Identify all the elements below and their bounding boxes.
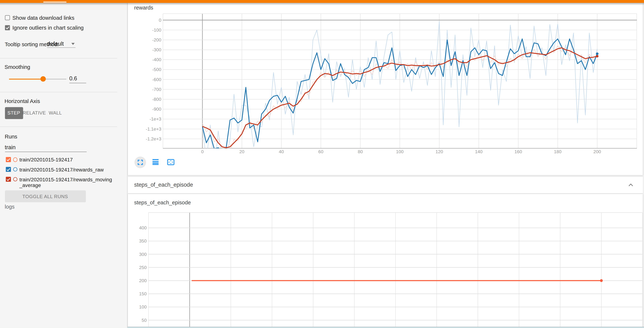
axis-button-wall[interactable]: WALL bbox=[47, 107, 63, 119]
svg-text:-300: -300 bbox=[152, 47, 162, 52]
svg-text:50: 50 bbox=[142, 318, 147, 323]
svg-text:60: 60 bbox=[318, 149, 324, 154]
svg-text:-1.2e+3: -1.2e+3 bbox=[146, 136, 162, 141]
smoothing-value[interactable]: 0.6 bbox=[69, 75, 88, 81]
show-download-links-row[interactable]: Show data download links bbox=[5, 15, 74, 21]
rewards-card: rewards 0-100-200-300-400-500-600-700-80… bbox=[128, 3, 643, 175]
axis-button-relative[interactable]: RELATIVE bbox=[24, 107, 44, 119]
log-scale-icon[interactable] bbox=[150, 156, 161, 168]
checkbox-label: Ignore outliers in chart scaling bbox=[12, 25, 84, 31]
tooltip-sorting-select[interactable]: default bbox=[47, 40, 76, 47]
svg-text:120: 120 bbox=[436, 149, 443, 154]
run-label: train/20201015-192417/rewards_moving_ave… bbox=[20, 176, 113, 189]
settings-sidebar: Show data download links Ignore outliers… bbox=[0, 3, 128, 328]
run-row[interactable]: train/20201015-192417/rewards_moving_ave… bbox=[0, 175, 124, 191]
chart-toolbar bbox=[134, 156, 177, 168]
fit-domain-icon[interactable] bbox=[165, 156, 177, 168]
svg-text:20: 20 bbox=[239, 149, 244, 154]
toggle-all-runs-button[interactable]: TOGGLE ALL RUNS bbox=[5, 190, 86, 202]
runs-filter-value: train bbox=[5, 144, 16, 150]
svg-text:250: 250 bbox=[139, 265, 147, 270]
chevron-up-icon[interactable] bbox=[628, 182, 634, 188]
run-label: train/20201015-192417/rewards_raw bbox=[20, 167, 113, 173]
run-row[interactable]: train/20201015-192417 bbox=[0, 155, 124, 165]
tensorboard-app: Show data download links Ignore outliers… bbox=[0, 0, 644, 328]
section-header-steps[interactable]: steps_of_each_episode bbox=[128, 176, 643, 194]
svg-text:100: 100 bbox=[396, 149, 404, 154]
svg-text:-200: -200 bbox=[152, 37, 162, 42]
divider bbox=[0, 58, 117, 58]
runs-filter-underline bbox=[5, 152, 86, 152]
show-download-links-checkbox[interactable] bbox=[5, 15, 10, 20]
svg-text:-700: -700 bbox=[152, 87, 162, 92]
smoothing-value-underline bbox=[69, 83, 86, 83]
axis-button-step[interactable]: STEP bbox=[5, 107, 23, 119]
svg-text:-600: -600 bbox=[152, 77, 162, 82]
runs-filter-input[interactable]: train bbox=[5, 143, 86, 151]
svg-text:100: 100 bbox=[139, 305, 147, 310]
active-tab-indicator bbox=[43, 1, 66, 3]
app-header bbox=[0, 0, 644, 3]
smoothing-slider[interactable] bbox=[9, 77, 66, 81]
expand-icon[interactable] bbox=[134, 156, 146, 168]
run-list: train/20201015-192417train/20201015-1924… bbox=[0, 155, 124, 190]
svg-text:-500: -500 bbox=[152, 67, 162, 72]
svg-text:200: 200 bbox=[594, 149, 601, 154]
run-checkbox[interactable] bbox=[6, 157, 11, 162]
slider-knob[interactable] bbox=[40, 76, 46, 82]
run-checkbox[interactable] bbox=[6, 167, 11, 172]
run-row[interactable]: train/20201015-192417/rewards_raw bbox=[0, 165, 124, 175]
svg-text:-900: -900 bbox=[152, 107, 162, 111]
svg-text:200: 200 bbox=[139, 278, 147, 283]
svg-text:400: 400 bbox=[139, 225, 147, 230]
run-checkbox[interactable] bbox=[6, 176, 11, 182]
runs-label: Runs bbox=[5, 133, 17, 140]
svg-text:80: 80 bbox=[358, 149, 363, 154]
svg-text:-1e+3: -1e+3 bbox=[150, 116, 161, 121]
logs-label: logs bbox=[5, 203, 15, 209]
steps-chart[interactable]: 40035030025020015010050 bbox=[128, 194, 643, 327]
divider bbox=[0, 92, 117, 92]
svg-text:0: 0 bbox=[201, 149, 204, 154]
run-color-swatch-icon[interactable] bbox=[13, 167, 17, 171]
ignore-outliers-checkbox[interactable] bbox=[5, 25, 10, 30]
slider-fill bbox=[9, 79, 43, 79]
run-color-swatch-icon[interactable] bbox=[13, 177, 17, 181]
svg-text:150: 150 bbox=[139, 291, 147, 296]
checkbox-label: Show data download links bbox=[12, 15, 74, 21]
chevron-down-icon bbox=[71, 43, 74, 45]
svg-text:-1.1e+3: -1.1e+3 bbox=[146, 126, 162, 131]
svg-text:-400: -400 bbox=[152, 57, 162, 62]
divider bbox=[0, 127, 117, 127]
ignore-outliers-row[interactable]: Ignore outliers in chart scaling bbox=[5, 25, 84, 31]
svg-text:-800: -800 bbox=[152, 97, 162, 102]
svg-text:180: 180 bbox=[554, 149, 562, 154]
svg-text:0: 0 bbox=[159, 17, 162, 22]
svg-text:350: 350 bbox=[139, 239, 147, 244]
steps-card: steps_of_each_episode 400350300250200150… bbox=[128, 194, 643, 327]
section-title: steps_of_each_episode bbox=[134, 182, 193, 188]
run-color-swatch-icon[interactable] bbox=[13, 158, 17, 162]
svg-text:140: 140 bbox=[475, 149, 482, 154]
svg-text:-100: -100 bbox=[152, 27, 162, 32]
horizontal-axis-label: Horizontal Axis bbox=[4, 98, 40, 104]
smoothing-label: Smoothing bbox=[4, 64, 30, 70]
svg-text:300: 300 bbox=[139, 252, 147, 257]
run-label: train/20201015-192417 bbox=[20, 157, 113, 163]
svg-text:160: 160 bbox=[514, 149, 522, 154]
svg-text:40: 40 bbox=[279, 149, 284, 154]
tooltip-sorting-value: default bbox=[47, 41, 64, 47]
select-underline bbox=[47, 47, 76, 48]
dashboard-main: rewards 0-100-200-300-400-500-600-700-80… bbox=[128, 0, 644, 328]
rewards-chart[interactable]: 0-100-200-300-400-500-600-700-800-900-1e… bbox=[128, 3, 643, 155]
